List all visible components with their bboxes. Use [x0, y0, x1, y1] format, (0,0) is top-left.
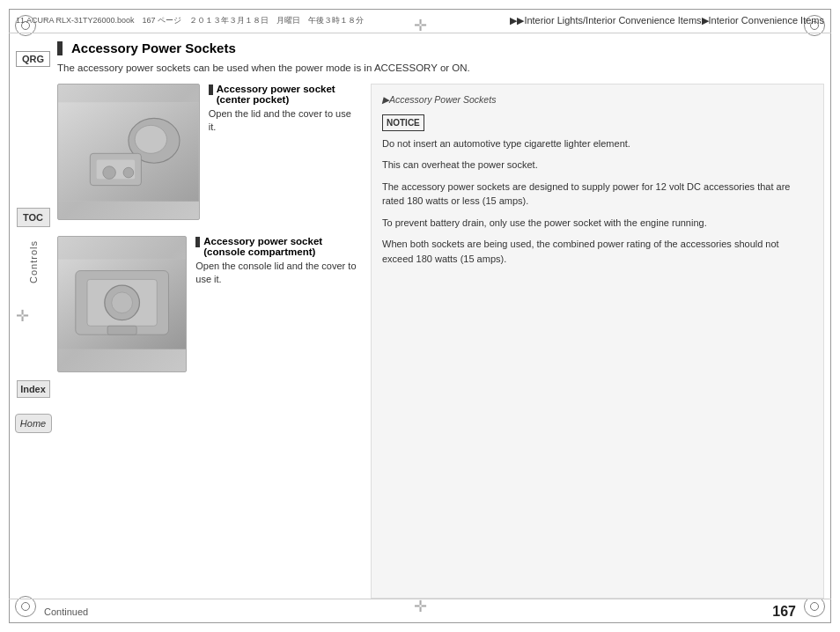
section-title-bar-icon — [57, 41, 63, 55]
car-interior-svg-1 — [58, 84, 199, 220]
footer-continued: Continued — [44, 606, 88, 617]
footer-bar: Continued 167 — [9, 599, 831, 623]
notice-para1: Do not insert an automotive type cigaret… — [382, 136, 813, 151]
subsection1-text: Open the lid and the cover to use it. — [209, 107, 357, 135]
section-title: Accessory Power Sockets — [57, 40, 824, 55]
section-title-text: Accessory Power Sockets — [71, 40, 236, 55]
notice-para2: This can overheat the power socket. — [382, 158, 813, 173]
qrg-badge: QRG — [16, 51, 50, 67]
subsection1-text-block: Accessory power socket (center pocket) O… — [209, 84, 357, 135]
main-content: Accessory Power Sockets The accessory po… — [57, 33, 824, 599]
svg-point-3 — [135, 125, 166, 153]
page-title-section: Accessory Power Sockets The accessory po… — [57, 33, 824, 80]
svg-point-6 — [103, 166, 116, 180]
subsection1-title: Accessory power socket (center pocket) — [209, 84, 357, 105]
svg-point-7 — [123, 167, 134, 178]
notice-badge: NOTICE — [382, 114, 424, 131]
intro-text: The accessory power sockets can be used … — [57, 61, 824, 75]
home-button[interactable]: Home — [15, 414, 52, 433]
index-button[interactable]: Index — [17, 380, 50, 398]
image-console — [57, 236, 187, 372]
right-panel-header: ▶Accessory Power Sockets — [382, 93, 813, 107]
controls-label: Controls — [28, 240, 39, 283]
notice-para4: To prevent battery drain, only use the p… — [382, 216, 813, 231]
svg-rect-1 — [58, 102, 199, 202]
left-sidebar: QRG TOC Controls Index Home — [9, 33, 57, 599]
notice-para5: When both sockets are being used, the co… — [382, 237, 813, 266]
home-label: Home — [20, 418, 46, 429]
notice-para3: The accessory power sockets are designed… — [382, 180, 813, 209]
file-info: 11 ACURA RLX-31TY26000.book 167 ページ ２０１３… — [16, 15, 364, 26]
toc-button[interactable]: TOC — [17, 208, 50, 227]
right-col: ▶Accessory Power Sockets NOTICE Do not i… — [371, 84, 824, 599]
header-bar: 11 ACURA RLX-31TY26000.book 167 ページ ２０１３… — [9, 9, 831, 33]
image-center-pocket — [57, 84, 200, 220]
subsection2-text-block: Accessory power socket (console compartm… — [195, 236, 357, 287]
car-interior-svg-2 — [58, 236, 186, 372]
svg-rect-14 — [107, 326, 136, 334]
subsection1-bar-icon — [209, 85, 213, 95]
subsection2-bar-icon — [195, 237, 200, 247]
left-col: Accessory power socket (center pocket) O… — [57, 84, 357, 599]
subsection2-title: Accessory power socket (console compartm… — [195, 236, 357, 257]
breadcrumb: ▶▶Interior Lights/Interior Convenience I… — [510, 15, 824, 26]
footer-page-number: 167 — [772, 604, 796, 620]
svg-point-13 — [112, 292, 133, 313]
two-col-layout: Accessory power socket (center pocket) O… — [57, 84, 824, 599]
subsection2-text: Open the console lid and the cover to us… — [195, 260, 357, 287]
